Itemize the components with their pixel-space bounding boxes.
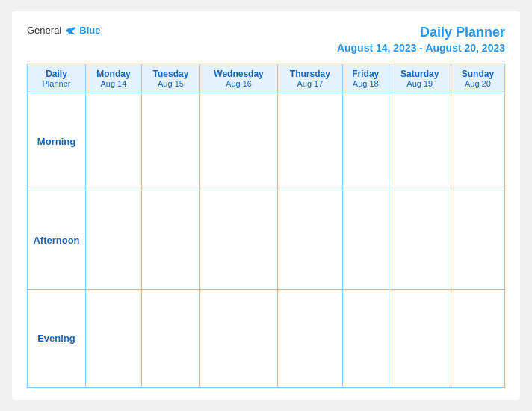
monday-name: Monday bbox=[89, 69, 138, 79]
afternoon-thursday[interactable] bbox=[277, 191, 342, 289]
tuesday-date: Aug 15 bbox=[145, 79, 197, 88]
col-sunday: Sunday Aug 20 bbox=[451, 64, 504, 93]
afternoon-row: Afternoon bbox=[28, 191, 505, 289]
sunday-date: Aug 20 bbox=[454, 79, 501, 88]
col-friday: Friday Aug 18 bbox=[342, 64, 389, 93]
header: General Blue Daily Planner August 14, 20… bbox=[27, 25, 505, 55]
afternoon-wednesday[interactable] bbox=[200, 191, 278, 289]
col-monday: Monday Aug 14 bbox=[86, 64, 142, 93]
first-col-line1: Daily bbox=[31, 69, 82, 79]
morning-sunday[interactable] bbox=[451, 93, 504, 191]
morning-saturday[interactable] bbox=[389, 93, 451, 191]
evening-row: Evening bbox=[28, 289, 505, 387]
bird-icon bbox=[64, 25, 78, 36]
saturday-name: Saturday bbox=[392, 69, 448, 79]
friday-name: Friday bbox=[346, 69, 386, 79]
evening-label: Evening bbox=[28, 289, 86, 387]
morning-wednesday[interactable] bbox=[200, 93, 278, 191]
afternoon-label: Afternoon bbox=[28, 191, 86, 289]
thursday-name: Thursday bbox=[281, 69, 339, 79]
planner-title: Daily Planner bbox=[420, 25, 505, 40]
evening-sunday[interactable] bbox=[451, 289, 504, 387]
sunday-name: Sunday bbox=[454, 69, 501, 79]
monday-date: Aug 14 bbox=[89, 79, 138, 88]
thursday-date: Aug 17 bbox=[281, 79, 339, 88]
first-col-line2: Planner bbox=[31, 79, 82, 88]
morning-tuesday[interactable] bbox=[141, 93, 200, 191]
logo-area: General Blue bbox=[27, 25, 100, 36]
logo-blue: Blue bbox=[79, 25, 100, 36]
logo-general: General bbox=[27, 25, 61, 36]
afternoon-sunday[interactable] bbox=[451, 191, 504, 289]
tuesday-name: Tuesday bbox=[145, 69, 197, 79]
evening-friday[interactable] bbox=[342, 289, 389, 387]
page: General Blue Daily Planner August 14, 20… bbox=[12, 11, 520, 400]
afternoon-tuesday[interactable] bbox=[141, 191, 200, 289]
col-saturday: Saturday Aug 19 bbox=[389, 64, 451, 93]
col-thursday: Thursday Aug 17 bbox=[277, 64, 342, 93]
logo: General Blue bbox=[27, 25, 100, 36]
calendar-table: Daily Planner Monday Aug 14 Tuesday Aug … bbox=[27, 64, 505, 388]
afternoon-monday[interactable] bbox=[86, 191, 142, 289]
header-row: Daily Planner Monday Aug 14 Tuesday Aug … bbox=[28, 64, 505, 93]
saturday-date: Aug 19 bbox=[392, 79, 448, 88]
wednesday-date: Aug 16 bbox=[203, 79, 274, 88]
evening-wednesday[interactable] bbox=[200, 289, 278, 387]
title-area: Daily Planner August 14, 2023 - August 2… bbox=[337, 25, 505, 55]
afternoon-saturday[interactable] bbox=[389, 191, 451, 289]
evening-thursday[interactable] bbox=[277, 289, 342, 387]
date-range: August 14, 2023 - August 20, 2023 bbox=[337, 42, 505, 54]
morning-monday[interactable] bbox=[86, 93, 142, 191]
evening-saturday[interactable] bbox=[389, 289, 451, 387]
morning-row: Morning bbox=[28, 93, 505, 191]
col-tuesday: Tuesday Aug 15 bbox=[141, 64, 200, 93]
col-wednesday: Wednesday Aug 16 bbox=[200, 64, 278, 93]
first-col-header: Daily Planner bbox=[28, 64, 86, 93]
morning-thursday[interactable] bbox=[277, 93, 342, 191]
friday-date: Aug 18 bbox=[346, 79, 386, 88]
wednesday-name: Wednesday bbox=[203, 69, 274, 79]
evening-monday[interactable] bbox=[86, 289, 142, 387]
afternoon-friday[interactable] bbox=[342, 191, 389, 289]
evening-tuesday[interactable] bbox=[141, 289, 200, 387]
morning-label: Morning bbox=[28, 93, 86, 191]
morning-friday[interactable] bbox=[342, 93, 389, 191]
